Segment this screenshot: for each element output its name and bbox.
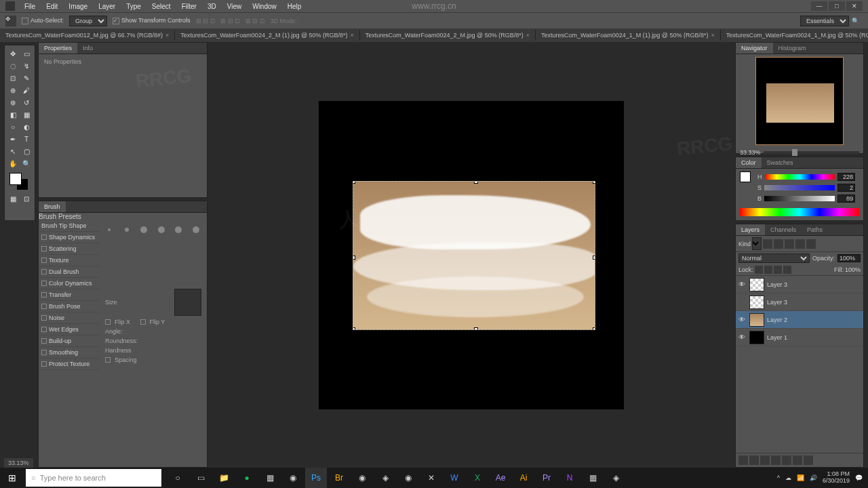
hand-tool[interactable]: ✋	[7, 158, 19, 169]
type-tool[interactable]: T	[20, 134, 33, 144]
cortana-icon[interactable]: ○	[167, 468, 189, 488]
spacing-label[interactable]: Spacing	[115, 357, 137, 363]
visibility-icon[interactable]: 👁	[738, 281, 747, 288]
layer-thumbnail[interactable]	[749, 296, 764, 309]
filter-shape-icon[interactable]	[795, 239, 805, 249]
s-value[interactable]: 2	[837, 184, 855, 192]
brush-opt[interactable]: Color Dynamics	[39, 278, 100, 289]
gradient-tool[interactable]: ▦	[20, 109, 33, 120]
opacity-value[interactable]: 100%	[837, 254, 861, 262]
taskview-icon[interactable]: ▭	[190, 468, 212, 488]
fx-icon[interactable]	[749, 455, 759, 465]
document-canvas[interactable]	[319, 101, 624, 409]
lock-all-icon[interactable]	[783, 266, 791, 274]
brush-opt[interactable]: Shape Dynamics	[39, 232, 100, 243]
close-button[interactable]: ✕	[846, 1, 863, 11]
menu-help[interactable]: Help	[282, 1, 307, 12]
excel-icon[interactable]: X	[467, 468, 488, 488]
brush-opt[interactable]: Scattering	[39, 243, 100, 255]
tab-properties[interactable]: Properties	[39, 43, 77, 54]
color-spectrum[interactable]	[740, 208, 859, 216]
brush-opt[interactable]: Texture	[39, 255, 100, 266]
tray-cloud-icon[interactable]: ☁	[785, 474, 791, 481]
adjustment-icon[interactable]	[771, 455, 781, 465]
link-icon[interactable]	[738, 455, 748, 465]
discord-icon[interactable]: ◈	[374, 468, 396, 488]
brush-opt[interactable]: Brush Tip Shape	[39, 220, 100, 232]
brush-presets-button[interactable]: Brush Presets	[39, 213, 207, 220]
menu-window[interactable]: Window	[247, 1, 282, 12]
layer-row-selected[interactable]: 👁 Layer 2	[736, 311, 863, 329]
search-box[interactable]: ○ Type here to search	[26, 469, 161, 487]
app-icon[interactable]: ▦	[259, 468, 281, 488]
start-button[interactable]: ⊞	[0, 468, 24, 488]
layer-row[interactable]: Layer 3	[736, 293, 863, 311]
tab-swatches[interactable]: Swatches	[762, 157, 799, 168]
photoshop-icon[interactable]: Ps	[305, 468, 327, 488]
notifications-icon[interactable]: 💬	[855, 474, 863, 481]
lock-pixel-icon[interactable]	[764, 266, 772, 274]
close-icon[interactable]: ×	[711, 32, 714, 39]
illustrator-icon[interactable]: Ai	[513, 468, 534, 488]
auto-select-dropdown[interactable]: Group	[69, 16, 107, 26]
layer-name[interactable]: Layer 3	[767, 299, 787, 306]
doc-tab[interactable]: TexturesCom_WaterFoam0012_M.jpg @ 66.7% …	[0, 30, 175, 41]
mask-icon[interactable]	[760, 455, 770, 465]
tab-layers[interactable]: Layers	[736, 224, 765, 235]
filter-pixel-icon[interactable]	[763, 239, 772, 249]
brush-opt[interactable]: Dual Brush	[39, 266, 100, 278]
crop-tool[interactable]: ⊡	[7, 73, 19, 83]
show-transform-checkbox[interactable]	[113, 18, 119, 24]
tab-color[interactable]: Color	[736, 157, 762, 168]
group-icon[interactable]	[782, 455, 791, 465]
color-swatches[interactable]	[7, 173, 33, 192]
filter-type-icon[interactable]	[785, 239, 794, 249]
tab-histogram[interactable]: Histogram	[773, 43, 812, 54]
layer-name[interactable]: Layer 2	[767, 317, 787, 323]
hue-slider[interactable]	[765, 174, 835, 180]
b-value[interactable]: 89	[837, 195, 855, 203]
auto-select-checkbox[interactable]	[22, 18, 28, 24]
premiere-icon[interactable]: Pr	[536, 468, 557, 488]
layer-thumbnail[interactable]	[749, 278, 764, 291]
clock[interactable]: 1:08 PM 6/30/2019	[823, 471, 850, 485]
brush-opt[interactable]: Brush Pose	[39, 301, 100, 312]
canvas-area[interactable]	[208, 42, 735, 468]
quickmask-icon[interactable]: ▦	[7, 193, 19, 204]
menu-3d[interactable]: 3D	[202, 1, 222, 12]
lasso-tool[interactable]: ↯	[20, 60, 33, 71]
bridge-icon[interactable]: Br	[328, 468, 350, 488]
menu-type[interactable]: Type	[121, 1, 146, 12]
navigator-thumbnail[interactable]	[755, 57, 844, 145]
brush-opt[interactable]: Smoothing	[39, 347, 100, 359]
h-value[interactable]: 228	[837, 173, 855, 181]
heal-tool[interactable]: ⊕	[7, 85, 19, 96]
history-brush-tool[interactable]: ↺	[20, 97, 33, 108]
zoom-slider[interactable]	[764, 151, 859, 154]
close-icon[interactable]: ×	[526, 32, 530, 39]
color-fg-swatch[interactable]	[740, 171, 751, 182]
brush-opt[interactable]: Wet Edges	[39, 324, 100, 336]
brush-tool[interactable]: 🖌	[20, 85, 33, 96]
search-icon[interactable]: 🔍	[852, 18, 863, 24]
marquee-tool[interactable]: ◌	[7, 60, 19, 71]
eyedropper-tool[interactable]: ✎	[20, 73, 33, 83]
tab-paths[interactable]: Paths	[802, 224, 828, 235]
layer-thumbnail[interactable]	[749, 313, 764, 327]
tray-up-icon[interactable]: ^	[777, 474, 780, 481]
filter-adjust-icon[interactable]	[774, 239, 783, 249]
app-icon[interactable]: ▦	[582, 468, 604, 488]
tray-sound-icon[interactable]: 🔊	[810, 474, 817, 481]
layer-image[interactable]	[353, 181, 595, 330]
zoom-value[interactable]: 33.33%	[740, 149, 761, 156]
tab-channels[interactable]: Channels	[765, 224, 802, 235]
brush-opt[interactable]: Noise	[39, 312, 100, 324]
spotify-icon[interactable]: ●	[236, 468, 258, 488]
kind-dropdown[interactable]	[752, 237, 762, 250]
close-icon[interactable]: ×	[351, 32, 354, 39]
doc-tab[interactable]: TexturesCom_WaterFoam0024_2_M (1).jpg @ …	[175, 30, 360, 41]
dodge-tool[interactable]: ◐	[20, 121, 33, 132]
trash-icon[interactable]	[804, 455, 813, 465]
system-tray[interactable]: ^ ☁ 📶 🔊 1:08 PM 6/30/2019 💬	[772, 471, 868, 485]
screenmode-icon[interactable]: ⊡	[20, 193, 33, 204]
